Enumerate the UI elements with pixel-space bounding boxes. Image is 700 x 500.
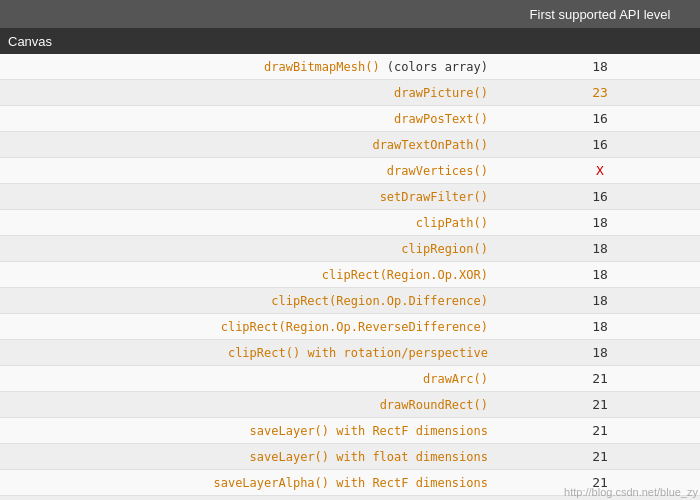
api-level: 21 bbox=[500, 449, 700, 464]
watermark: http://blog.csdn.net/blue_zy bbox=[564, 486, 698, 498]
name-col: saveLayer() with RectF dimensions bbox=[0, 424, 500, 438]
table-row: drawPicture()23 bbox=[0, 80, 700, 106]
api-level: 18 bbox=[500, 267, 700, 282]
name-col: saveLayerAlpha() with RectF dimensions bbox=[0, 476, 500, 490]
name-col: saveLayer() with float dimensions bbox=[0, 450, 500, 464]
api-level: 16 bbox=[500, 189, 700, 204]
api-level: 21 bbox=[500, 397, 700, 412]
table-row: drawBitmapMesh() (colors array)18 bbox=[0, 54, 700, 80]
name-col: drawPicture() bbox=[0, 86, 500, 100]
name-col: drawRoundRect() bbox=[0, 398, 500, 412]
section-header: Canvas bbox=[0, 28, 700, 54]
header-api-col: First supported API level bbox=[500, 7, 700, 22]
table-row: drawRoundRect()21 bbox=[0, 392, 700, 418]
name-col: clipRect(Region.Op.ReverseDifference) bbox=[0, 320, 500, 334]
name-col: clipRegion() bbox=[0, 242, 500, 256]
api-level: 21 bbox=[500, 423, 700, 438]
table-row: clipRect(Region.Op.ReverseDifference)18 bbox=[0, 314, 700, 340]
name-col: drawPosText() bbox=[0, 112, 500, 126]
table-row: clipRegion()18 bbox=[0, 236, 700, 262]
name-col: setDrawFilter() bbox=[0, 190, 500, 204]
name-col: drawBitmapMesh() (colors array) bbox=[0, 60, 500, 74]
api-level: 18 bbox=[500, 345, 700, 360]
api-level: 18 bbox=[500, 241, 700, 256]
api-level: 23 bbox=[500, 85, 700, 100]
api-level: 16 bbox=[500, 111, 700, 126]
api-level: 18 bbox=[500, 59, 700, 74]
table-row: clipPath()18 bbox=[0, 210, 700, 236]
api-level: X bbox=[500, 163, 700, 178]
name-col: drawTextOnPath() bbox=[0, 138, 500, 152]
table-row: drawVertices()X bbox=[0, 158, 700, 184]
table-row: saveLayer() with RectF dimensions21 bbox=[0, 418, 700, 444]
table-row: clipRect(Region.Op.XOR)18 bbox=[0, 262, 700, 288]
table-row: drawArc()21 bbox=[0, 366, 700, 392]
api-level: 16 bbox=[500, 137, 700, 152]
api-level: 18 bbox=[500, 319, 700, 334]
table-row: clipRect() with rotation/perspective18 bbox=[0, 340, 700, 366]
table-row: drawPosText()16 bbox=[0, 106, 700, 132]
name-col: clipRect(Region.Op.XOR) bbox=[0, 268, 500, 282]
name-col: drawVertices() bbox=[0, 164, 500, 178]
table-body: drawBitmapMesh() (colors array)18drawPic… bbox=[0, 54, 700, 500]
api-level: 18 bbox=[500, 293, 700, 308]
table-row: clipRect(Region.Op.Difference)18 bbox=[0, 288, 700, 314]
name-col: drawArc() bbox=[0, 372, 500, 386]
header-row: First supported API level bbox=[0, 0, 700, 28]
api-level: 18 bbox=[500, 215, 700, 230]
name-col: clipRect() with rotation/perspective bbox=[0, 346, 500, 360]
api-level: 21 bbox=[500, 371, 700, 386]
name-col: clipRect(Region.Op.Difference) bbox=[0, 294, 500, 308]
table-row: setDrawFilter()16 bbox=[0, 184, 700, 210]
table-row: drawTextOnPath()16 bbox=[0, 132, 700, 158]
name-col: clipPath() bbox=[0, 216, 500, 230]
table-row: saveLayer() with float dimensions21 bbox=[0, 444, 700, 470]
